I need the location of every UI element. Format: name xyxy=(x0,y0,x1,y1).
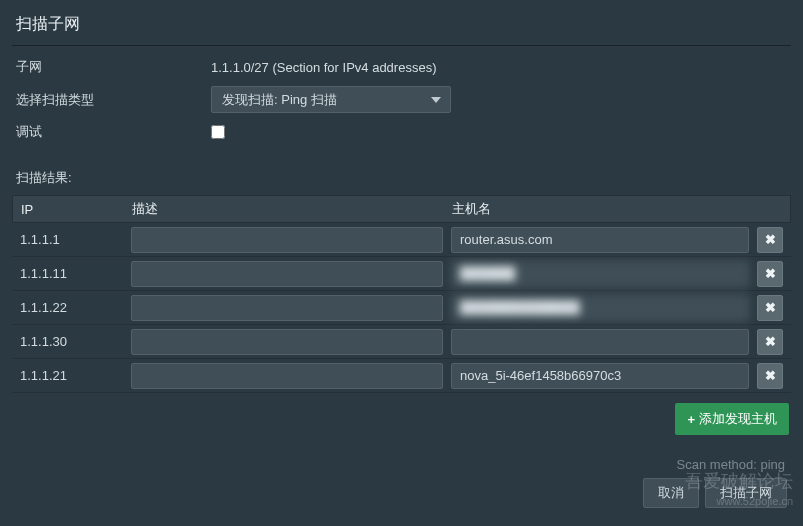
scan-type-select-wrapper: 发现扫描: Ping 扫描 xyxy=(211,86,451,113)
desc-input[interactable] xyxy=(131,363,443,389)
desc-input[interactable] xyxy=(131,295,443,321)
cell-ip: 1.1.1.22 xyxy=(12,300,127,315)
scan-type-row: 选择扫描类型 发现扫描: Ping 扫描 xyxy=(12,86,791,113)
table-row: 1.1.1.22 ✖ xyxy=(12,291,791,325)
desc-input[interactable] xyxy=(131,261,443,287)
host-input[interactable] xyxy=(451,227,749,253)
plus-icon: + xyxy=(687,412,695,427)
table-header: IP 描述 主机名 xyxy=(12,195,791,223)
scan-method-text: Scan method: ping xyxy=(12,435,791,478)
column-host-header: 主机名 xyxy=(448,200,752,218)
delete-row-button[interactable]: ✖ xyxy=(757,295,783,321)
table-row: 1.1.1.30 ✖ xyxy=(12,325,791,359)
add-host-label: 添加发现主机 xyxy=(699,410,777,428)
close-icon: ✖ xyxy=(765,368,776,383)
desc-input[interactable] xyxy=(131,329,443,355)
debug-checkbox[interactable] xyxy=(211,125,225,139)
delete-row-button[interactable]: ✖ xyxy=(757,329,783,355)
cell-ip: 1.1.1.11 xyxy=(12,266,127,281)
cell-ip: 1.1.1.30 xyxy=(12,334,127,349)
column-desc-header: 描述 xyxy=(128,200,448,218)
subnet-label: 子网 xyxy=(16,58,211,76)
close-icon: ✖ xyxy=(765,266,776,281)
results-heading: 扫描结果: xyxy=(12,151,791,195)
delete-row-button[interactable]: ✖ xyxy=(757,261,783,287)
results-table: IP 描述 主机名 1.1.1.1 ✖ 1.1.1.11 ✖ 1.1.1.22 … xyxy=(12,195,791,393)
delete-row-button[interactable]: ✖ xyxy=(757,363,783,389)
host-input[interactable] xyxy=(451,329,749,355)
scan-subnet-button[interactable]: 扫描子网 xyxy=(705,478,787,508)
scan-type-label: 选择扫描类型 xyxy=(16,91,211,109)
debug-row: 调试 xyxy=(12,123,791,141)
divider xyxy=(12,45,791,46)
cell-ip: 1.1.1.1 xyxy=(12,232,127,247)
add-host-row: + 添加发现主机 xyxy=(12,393,791,435)
footer-actions: 取消 扫描子网 xyxy=(12,478,791,508)
table-row: 1.1.1.1 ✖ xyxy=(12,223,791,257)
dialog-title: 扫描子网 xyxy=(12,0,791,45)
debug-label: 调试 xyxy=(16,123,211,141)
desc-input[interactable] xyxy=(131,227,443,253)
table-row: 1.1.1.11 ✖ xyxy=(12,257,791,291)
close-icon: ✖ xyxy=(765,334,776,349)
host-input[interactable] xyxy=(451,363,749,389)
host-input[interactable] xyxy=(451,261,749,287)
host-input[interactable] xyxy=(451,295,749,321)
scan-subnet-dialog: 扫描子网 子网 1.1.1.0/27 (Section for IPv4 add… xyxy=(0,0,803,526)
table-row: 1.1.1.21 ✖ xyxy=(12,359,791,393)
close-icon: ✖ xyxy=(765,300,776,315)
subnet-row: 子网 1.1.1.0/27 (Section for IPv4 addresse… xyxy=(12,58,791,76)
close-icon: ✖ xyxy=(765,232,776,247)
column-ip-header: IP xyxy=(13,202,128,217)
add-host-button[interactable]: + 添加发现主机 xyxy=(675,403,789,435)
subnet-value: 1.1.1.0/27 (Section for IPv4 addresses) xyxy=(211,60,436,75)
delete-row-button[interactable]: ✖ xyxy=(757,227,783,253)
cell-ip: 1.1.1.21 xyxy=(12,368,127,383)
cancel-button[interactable]: 取消 xyxy=(643,478,699,508)
scan-type-select[interactable]: 发现扫描: Ping 扫描 xyxy=(211,86,451,113)
